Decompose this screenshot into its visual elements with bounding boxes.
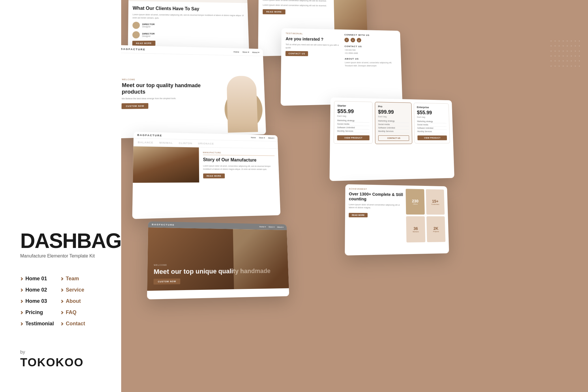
price-card-starter: Starter $55.99 Each bag Marketing strate… <box>334 101 372 144</box>
stat-offline-number: 230 <box>412 199 419 203</box>
card6-nav-about[interactable]: About ▾ <box>268 137 274 139</box>
hero-cta-button[interactable]: CUSTOM NOW <box>121 103 148 109</box>
bullet-icon <box>60 300 63 303</box>
bullet-icon <box>20 322 23 325</box>
card2-text: Lorem ipsum dolor sit amet consectetur a… <box>263 0 327 3</box>
nav-home-03[interactable]: Home 03 <box>20 296 61 307</box>
enterprise-feature4: Monthly Services <box>417 130 447 133</box>
card8-nav-about[interactable]: About ▾ <box>277 226 284 228</box>
starter-feature2: Social media <box>337 122 370 126</box>
hero-subtitle: We Believe the best ideas emerge from th… <box>122 97 211 100</box>
social-icons: f t y <box>344 38 397 43</box>
manufacture-title: Story of Our Manufacture <box>203 157 275 163</box>
brand-subtitle: Manufacture Elementor Template Kit <box>20 253 101 259</box>
creator-name: TOKOKOO <box>20 356 101 369</box>
stat-customers-number: 15+ <box>432 199 439 204</box>
person2-name: DIRECTOR <box>142 32 155 35</box>
testimonial-body-text: Lorem ipsum dolor sit amet, consectetur … <box>132 13 244 20</box>
card4-about-label: ABOUT US <box>345 57 397 60</box>
connect-label: CONNECT WITH US <box>344 33 396 37</box>
pro-price: $99.99 <box>378 109 409 115</box>
stat-customers-label: Customers <box>431 203 439 205</box>
card6-nav-home[interactable]: Home <box>251 137 256 139</box>
by-section: by TOKOKOO <box>20 350 101 369</box>
stat-projects-number: 2K <box>433 226 438 231</box>
card1-read-more-button[interactable]: READ MORE <box>132 41 155 46</box>
facebook-icon[interactable]: f <box>344 38 349 42</box>
card4-phone2: +01 8566-3486 <box>344 52 397 55</box>
nav-contact[interactable]: Contact <box>61 318 101 329</box>
achievement-text-area: ACHIEVEMENT Over 1300+ Complete & Still … <box>349 188 404 243</box>
achievement-tag: ACHIEVEMENT <box>349 188 403 191</box>
card6-main-content: MANUFACTURE Story of Our Manufacture Lor… <box>133 146 279 183</box>
pro-feature1: Marketing strategy <box>378 119 409 123</box>
starter-feature4: Monthly Services <box>337 129 369 133</box>
achievement-text: Lorem ipsum dolor sit amet consectetur a… <box>349 203 404 209</box>
bullet-icon <box>60 277 63 280</box>
card4-right-col: CONNECT WITH US f t y CONTACT US +39 833… <box>344 33 398 92</box>
nav-service[interactable]: Service <box>61 284 101 296</box>
bullet-icon <box>20 288 23 292</box>
twitter-icon[interactable]: t <box>351 38 355 42</box>
card8-cta-button[interactable]: CUSTOM NOW <box>153 279 180 285</box>
card3-nav-home[interactable]: Home <box>233 51 239 53</box>
by-label: by <box>20 350 101 355</box>
card4-quote-text: Tell us what you need and we will come b… <box>286 43 342 50</box>
card8-bg-decoration <box>233 229 289 289</box>
pro-contact-button[interactable]: CONTACT US <box>378 135 409 141</box>
worker-figure <box>133 146 199 183</box>
avatar-1 <box>132 22 140 29</box>
starter-label: Starter <box>337 104 369 108</box>
card6-nav-store[interactable]: Store ▾ <box>259 137 265 139</box>
starter-price: $55.99 <box>337 108 369 115</box>
nav-testimonial[interactable]: Testimonial <box>20 318 61 329</box>
card8-logo: BAGFACTURE <box>152 223 175 226</box>
starter-view-button[interactable]: VIEW PRODUCT <box>337 135 369 141</box>
stat-workers: 36 Workers <box>406 216 425 242</box>
nav-home-02[interactable]: Home 02 <box>20 284 61 296</box>
nav-about[interactable]: About <box>61 296 101 307</box>
nav-home-01[interactable]: Home 01 <box>20 273 61 284</box>
stat-projects-label: Projects <box>433 231 439 232</box>
brand-balance: BALANCE <box>138 141 153 144</box>
card3-nav-items: Home Store ▾ About ▾ <box>233 51 259 54</box>
youtube-icon[interactable]: y <box>357 38 361 42</box>
model-figure <box>226 76 258 133</box>
card2-read-more-button[interactable]: READ MORE <box>263 9 285 14</box>
testimonial-title: What Our Clients Have To Say <box>133 5 244 12</box>
card4-about-text: Lorem ipsum dolor sit amet, consectetur … <box>345 61 398 67</box>
card4-contact-button[interactable]: CONTACT US <box>285 51 308 56</box>
stat-workers-label: Workers <box>413 231 419 232</box>
card6-worker-image <box>133 146 199 183</box>
person2-role: Designer <box>142 35 155 37</box>
card3-logo: BAGFACTURE <box>121 48 145 51</box>
pro-label: Pro <box>378 105 409 109</box>
hero-title: Meet our top quality handmade products <box>122 82 210 95</box>
person1-role: Designer <box>142 26 155 28</box>
enterprise-view-button[interactable]: VIEW PRODUCT <box>417 135 447 140</box>
nav-pricing[interactable]: Pricing <box>20 307 61 318</box>
brand-minimal: MINIMAL <box>159 141 173 144</box>
pro-feature4: Monthly Services <box>378 130 409 133</box>
achievement-read-more-button[interactable]: READ MORE <box>349 213 368 217</box>
person2-info: DIRECTOR Designer <box>142 32 155 37</box>
card4-about-section: ABOUT US Lorem ipsum dolor sit amet, con… <box>345 57 398 67</box>
card-pricing: Starter $55.99 Each bag Marketing strate… <box>329 97 454 181</box>
card3-hero-text: WELCOME Meet our top quality handmade pr… <box>121 53 217 136</box>
bullet-icon <box>60 322 63 325</box>
nav-faq[interactable]: FAQ <box>61 307 101 318</box>
card3-nav-store[interactable]: Store ▾ <box>242 51 249 53</box>
manufacture-tag: MANUFACTURE <box>203 152 274 156</box>
card8-nav-store[interactable]: Store ▾ <box>269 226 275 228</box>
nav-col1: Home 01 Home 02 Home 03 Pricing Testimon… <box>20 273 61 329</box>
manufacture-read-more-button[interactable]: READ MORE <box>203 173 225 178</box>
card3-content: WELCOME Meet our top quality handmade pr… <box>121 53 266 136</box>
card-manufacture-story: BAGFACTURE Home Store ▾ About ▾ BALANCE … <box>132 132 280 219</box>
nav-team[interactable]: Team <box>61 273 101 284</box>
brand-title: DASHBAG <box>20 230 101 251</box>
bullet-icon <box>20 300 23 303</box>
hero-welcome: WELCOME <box>122 78 210 81</box>
card3-nav-about[interactable]: About ▾ <box>252 51 259 54</box>
manufacture-text: Lorem ipsum dolor sit amet, consectetur … <box>203 165 275 171</box>
card8-nav-home[interactable]: Home ▾ <box>259 225 266 228</box>
